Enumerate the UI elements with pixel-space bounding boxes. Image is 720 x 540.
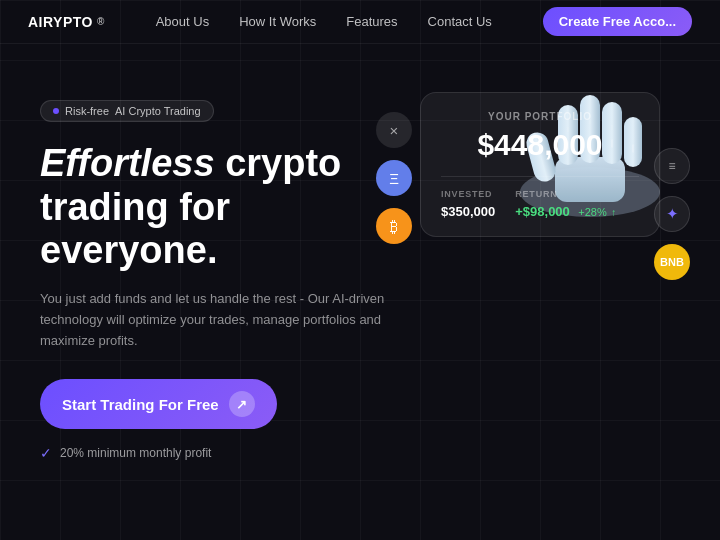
portfolio-amount: $448,000: [441, 128, 639, 162]
portfolio-title: YOUR PORTFOLIO: [441, 111, 639, 122]
check-icon: ✓: [40, 445, 52, 461]
close-float-icon[interactable]: ×: [376, 112, 412, 148]
main-content: Risk-free AI Crypto Trading Effortless c…: [0, 44, 720, 540]
nav-about[interactable]: About Us: [156, 14, 209, 29]
profit-note-text: 20% minimum monthly profit: [60, 446, 211, 460]
start-trading-button[interactable]: Start Trading For Free ↗: [40, 379, 277, 429]
float-icons: × Ξ ₿: [376, 112, 412, 244]
start-trading-label: Start Trading For Free: [62, 396, 219, 413]
arrow-up-icon: ↑: [611, 207, 616, 218]
badge-sub: AI Crypto Trading: [115, 105, 201, 117]
badge: Risk-free AI Crypto Trading: [40, 100, 214, 122]
nav-links: About Us How It Works Features Contact U…: [156, 14, 492, 29]
headline: Effortless crypto trading for everyone.: [40, 142, 400, 273]
headline-italic: Effortless: [40, 142, 215, 184]
nav-how-it-works[interactable]: How It Works: [239, 14, 316, 29]
badge-risk-free: Risk-free: [65, 105, 109, 117]
return-pct: +28%: [578, 206, 606, 218]
badge-dot: [53, 108, 59, 114]
invested-label: INVESTED: [441, 189, 495, 199]
bnb-icon-btn[interactable]: BNB: [654, 244, 690, 280]
eth-float-icon[interactable]: Ξ: [376, 160, 412, 196]
arrow-icon: ↗: [229, 391, 255, 417]
nav-features[interactable]: Features: [346, 14, 397, 29]
invested-stat: INVESTED $350,000: [441, 189, 495, 220]
hero-subtext: You just add funds and let us handle the…: [40, 289, 400, 351]
logo-symbol: ®: [97, 16, 105, 27]
return-value: +$98,000: [515, 204, 570, 219]
profit-note: ✓ 20% minimum monthly profit: [40, 445, 400, 461]
hero-left: Risk-free AI Crypto Trading Effortless c…: [40, 92, 400, 461]
logo-text: AIRYPTO: [28, 14, 93, 30]
logo: AIRYPTO ®: [28, 14, 105, 30]
navbar: AIRYPTO ® About Us How It Works Features…: [0, 0, 720, 44]
hero-right: × Ξ ₿ YOUR PORTFOLIO $448,000 INVESTED $…: [420, 92, 680, 237]
portfolio-card: YOUR PORTFOLIO $448,000 INVESTED $350,00…: [420, 92, 660, 237]
portfolio-divider: [441, 176, 639, 177]
create-account-button[interactable]: Create Free Acco...: [543, 7, 692, 36]
return-label: RETURN: [515, 189, 616, 199]
btc-float-icon[interactable]: ₿: [376, 208, 412, 244]
return-stat: RETURN +$98,000 +28% ↑: [515, 189, 616, 220]
nav-contact[interactable]: Contact Us: [428, 14, 492, 29]
invested-value: $350,000: [441, 204, 495, 219]
portfolio-stats: INVESTED $350,000 RETURN +$98,000 +28% ↑: [441, 189, 639, 220]
